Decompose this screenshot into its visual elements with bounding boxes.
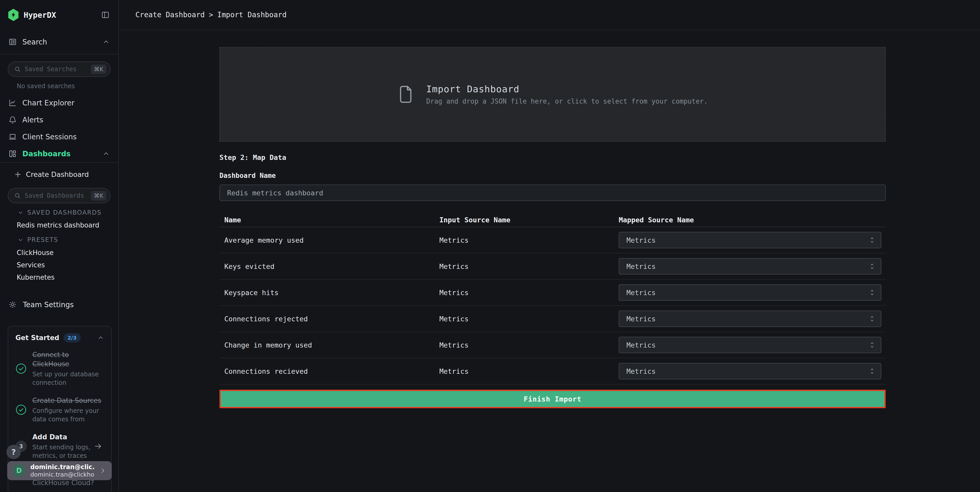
group-presets[interactable]: PRESETS: [18, 236, 118, 244]
table-header: Name Input Source Name Mapped Source Nam…: [220, 213, 886, 227]
input-source-name: Metrics: [439, 315, 619, 323]
group-item-label: ClickHouse: [17, 249, 53, 256]
table-row: Connections rejected Metrics Metrics: [220, 306, 886, 332]
saved-dashboards-input[interactable]: Saved Dashboards ⌘K: [8, 188, 110, 203]
input-source-name: Metrics: [439, 289, 619, 297]
create-dashboard-label: Create Dashboard: [26, 170, 89, 178]
table-row: Change in memory used Metrics Metrics: [220, 332, 886, 358]
select-chevrons-icon: [869, 288, 876, 297]
group-item-label: Kubernetes: [17, 274, 54, 281]
metric-name: Keys evicted: [220, 263, 439, 271]
hyperdx-app: HyperDX Search Saved Searches ⌘K No save…: [0, 0, 980, 492]
sidebar-item-services-preset[interactable]: Services: [0, 259, 118, 271]
get-started-item-add-data[interactable]: 3 Add Data Start sending logs, metrics, …: [16, 432, 104, 460]
selected-value: Metrics: [627, 367, 656, 375]
get-started-item-connect[interactable]: Connect to ClickHouse Set up your databa…: [16, 350, 104, 387]
col-header-input-source: Input Source Name: [439, 216, 619, 224]
sidebar-item-alerts[interactable]: Alerts: [0, 111, 118, 128]
sidebar-item-redis-dashboard[interactable]: Redis metrics dashboard: [0, 219, 118, 231]
input-source-name: Metrics: [439, 263, 619, 271]
breadcrumb-create-dashboard[interactable]: Create Dashboard: [135, 11, 205, 19]
table-row: Average memory used Metrics Metrics: [220, 227, 886, 253]
get-started-item-title: Add Data: [32, 432, 104, 442]
sidebar-item-clickhouse-preset[interactable]: ClickHouse: [0, 247, 118, 259]
selected-value: Metrics: [627, 289, 656, 297]
sidebar-item-label: Alerts: [22, 116, 43, 124]
sidebar-item-kubernetes-preset[interactable]: Kubernetes: [0, 271, 118, 283]
sidebar-item-dashboards[interactable]: Dashboards: [0, 145, 118, 162]
saved-searches-placeholder: Saved Searches: [25, 65, 88, 73]
mapping-table: Name Input Source Name Mapped Source Nam…: [220, 213, 886, 385]
table-row: Keys evicted Metrics Metrics: [220, 253, 886, 280]
arrow-right-icon: [94, 442, 102, 451]
metric-name: Change in memory used: [220, 341, 439, 349]
chevron-right-icon: [99, 467, 107, 474]
metric-name: Keyspace hits: [220, 289, 439, 297]
table-row: Keyspace hits Metrics Metrics: [220, 280, 886, 306]
group-item-label: Services: [17, 261, 45, 269]
get-started-item-desc: Start sending logs, metrics, or traces: [32, 443, 104, 460]
get-started-item-title: Connect to ClickHouse: [32, 350, 104, 369]
sidebar-item-label: Client Sessions: [22, 133, 76, 141]
help-button[interactable]: ?: [6, 445, 21, 459]
get-started-title: Get Started: [16, 334, 59, 342]
chart-icon: [8, 99, 17, 107]
selected-value: Metrics: [627, 263, 656, 271]
mapped-source-select[interactable]: Metrics: [619, 337, 881, 353]
selected-value: Metrics: [627, 315, 656, 323]
sidebar-item-client-sessions[interactable]: Client Sessions: [0, 128, 118, 145]
dashboards-icon: [8, 150, 17, 158]
select-chevrons-icon: [869, 366, 876, 376]
table-row: Connections recieved Metrics Metrics: [220, 358, 886, 385]
search-section-icon: [8, 38, 17, 46]
app-title: HyperDX: [24, 11, 56, 19]
metric-name: Connections rejected: [220, 315, 439, 323]
sidebar-item-label: Dashboards: [22, 150, 70, 158]
logo-row[interactable]: HyperDX: [0, 0, 118, 30]
sidebar-nav: Chart Explorer Alerts Client Sessions Da…: [0, 94, 118, 162]
gear-icon: [8, 301, 17, 309]
selected-value: Metrics: [627, 341, 656, 349]
sidebar-item-team-settings[interactable]: Team Settings: [0, 297, 118, 312]
saved-dashboards-placeholder: Saved Dashboards: [25, 192, 88, 199]
select-chevrons-icon: [869, 314, 876, 323]
create-dashboard-button[interactable]: + Create Dashboard: [0, 163, 118, 186]
breadcrumb-import-dashboard[interactable]: Import Dashboard: [217, 11, 287, 19]
json-dropzone[interactable]: Import Dashboard Drag and drop a JSON fi…: [220, 47, 886, 142]
plus-icon: +: [14, 170, 21, 178]
mapped-source-select[interactable]: Metrics: [619, 310, 881, 327]
breadcrumb-bar: Create Dashboard > Import Dashboard: [119, 0, 980, 30]
mapped-source-select[interactable]: Metrics: [619, 363, 881, 379]
select-chevrons-icon: [869, 236, 876, 245]
group-saved-dashboards[interactable]: SAVED DASHBOARDS: [18, 209, 118, 216]
chevron-up-icon: [102, 150, 110, 157]
chevron-down-icon: [18, 237, 24, 243]
breadcrumb-separator: >: [209, 11, 213, 19]
col-header-mapped-source: Mapped Source Name: [619, 216, 886, 224]
divider: [0, 54, 118, 54]
metric-name: Average memory used: [220, 236, 439, 244]
saved-searches-input[interactable]: Saved Searches ⌘K: [8, 61, 110, 77]
sidebar-collapse-button[interactable]: [100, 10, 110, 20]
no-saved-searches-text: No saved searches: [17, 83, 118, 90]
mapped-source-select[interactable]: Metrics: [619, 258, 881, 274]
get-started-item-sources[interactable]: Create Data Sources Configure where your…: [16, 396, 104, 424]
input-source-name: Metrics: [439, 236, 619, 244]
dropzone-title: Import Dashboard: [426, 84, 708, 94]
user-account-chip[interactable]: D dominic.tran@clic... dominic.tran@clic…: [7, 461, 112, 480]
dashboard-name-input[interactable]: Redis metrics dashboard: [220, 185, 886, 201]
sidebar-section-search[interactable]: Search: [0, 30, 118, 54]
panel-left-icon: [101, 11, 110, 19]
get-started-header[interactable]: Get Started 2/3: [16, 333, 104, 342]
sidebar-item-chart-explorer[interactable]: Chart Explorer: [0, 94, 118, 111]
dropzone-subtitle: Drag and drop a JSON file here, or click…: [426, 97, 708, 105]
finish-import-button[interactable]: Finish Import: [220, 390, 886, 408]
search-section-label: Search: [22, 38, 47, 46]
mapped-source-select[interactable]: Metrics: [619, 232, 881, 248]
sidebar-item-label: Chart Explorer: [22, 99, 74, 107]
input-source-name: Metrics: [439, 341, 619, 349]
mapped-source-select[interactable]: Metrics: [619, 284, 881, 301]
hyperdx-logo-icon: [8, 9, 19, 21]
col-header-name: Name: [220, 216, 439, 224]
search-icon: [14, 65, 21, 73]
